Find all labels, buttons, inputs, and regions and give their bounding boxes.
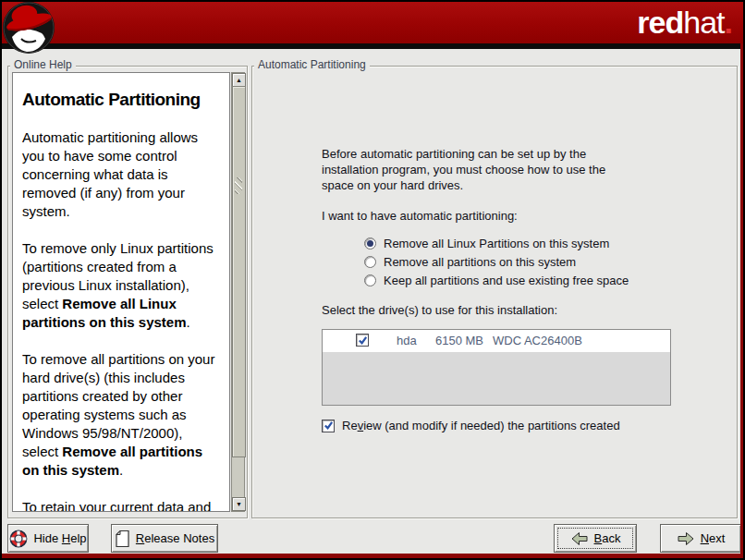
help-paragraph-3: To remove all partitions on your hard dr… [22, 350, 222, 480]
radio-button-selected-icon[interactable] [364, 237, 376, 250]
release-notes-label: Release Notes [136, 531, 214, 545]
redhat-shadowman-logo [3, 2, 58, 55]
drive-name: hda [397, 334, 417, 347]
help-p2-period: . [187, 314, 190, 330]
drive-model: WDC AC26400B [493, 334, 582, 347]
window-edge-right [740, 43, 743, 558]
next-post: ext [709, 531, 725, 545]
redhat-wordmark: redhat. [637, 4, 732, 41]
drive-size: 6150 MB [435, 334, 483, 347]
release-notes-mnemonic: R [136, 531, 144, 545]
hide-help-button[interactable]: Hide Help [7, 524, 89, 553]
help-paragraph-4: To retain your current data and partitio… [22, 498, 222, 512]
hide-help-post: elp [70, 531, 86, 545]
partitioning-radio-group: Remove all Linux Partitions on this syst… [364, 234, 629, 289]
scroll-down-icon[interactable]: ▼ [232, 497, 246, 511]
automatic-partitioning-panel: Automatic Partitioning Before automatic … [251, 66, 738, 518]
review-label: Review (and modify if needed) the partit… [342, 419, 620, 432]
radio-keep-partitions[interactable]: Keep all partitions and use existing fre… [364, 271, 629, 289]
drive-list[interactable]: hda 6150 MB WDC AC26400B [322, 329, 671, 406]
scroll-down-glyph: ▼ [236, 501, 242, 507]
radio-label: Remove all Linux Partitions on this syst… [384, 237, 609, 250]
life-ring-icon [9, 530, 28, 548]
review-checkbox-row[interactable]: Review (and modify if needed) the partit… [322, 419, 620, 432]
radio-label: Keep all partitions and use existing fre… [384, 274, 629, 287]
scrollbar-thumb[interactable] [232, 86, 246, 457]
main-frame-label: Automatic Partitioning [254, 58, 370, 72]
help-paragraph-1: Automatic partitioning allows you to hav… [22, 128, 222, 221]
wordmark-red: red [637, 5, 683, 40]
wordmark-hat: hat [683, 5, 724, 40]
next-mnemonic: N [701, 531, 709, 545]
intro-text: Before automatic partitioning can be set… [322, 146, 627, 193]
hide-help-pre: Hide [33, 531, 61, 545]
next-label: Next [701, 531, 726, 545]
radio-remove-all[interactable]: Remove all partitions on this system [364, 252, 629, 271]
release-notes-post: elease Notes [144, 531, 214, 545]
hide-help-label: Hide Help [33, 531, 86, 545]
hide-help-mnemonic: H [62, 531, 70, 545]
back-post: ack [602, 531, 620, 545]
wordmark-dot: . [725, 5, 732, 40]
next-button[interactable]: Next [660, 524, 741, 553]
back-button[interactable]: Back [554, 524, 637, 553]
review-label-pre: Re [342, 419, 358, 432]
radio-button-icon[interactable] [364, 256, 376, 268]
header-bar [2, 2, 743, 43]
radio-button-icon[interactable] [364, 274, 376, 286]
help-paragraph-2: To remove only Linux partitions (partiti… [22, 239, 222, 332]
document-icon [115, 530, 130, 548]
back-label: Back [594, 531, 621, 545]
back-mnemonic: B [594, 531, 603, 545]
scroll-up-icon[interactable]: ▲ [232, 73, 246, 87]
arrow-right-icon [677, 531, 695, 546]
installer-window: redhat. Online Help Automatic Partitioni… [0, 0, 745, 560]
arrow-left-icon [570, 531, 589, 546]
release-notes-button[interactable]: Release Notes [111, 524, 218, 553]
online-help-frame-label: Online Help [10, 58, 76, 72]
radio-group-caption: I want to have automatic partitioning: [322, 209, 518, 223]
window-edge-bottom [2, 554, 743, 558]
scroll-up-glyph: ▲ [236, 77, 242, 83]
header-divider [2, 43, 743, 49]
drive-checkbox[interactable] [356, 334, 369, 347]
help-scrollbar[interactable]: ▲ ▼ [231, 72, 245, 512]
online-help-panel: Online Help Automatic Partitioning Autom… [7, 66, 248, 518]
drive-row-hda[interactable]: hda 6150 MB WDC AC26400B [323, 330, 670, 352]
radio-remove-linux[interactable]: Remove all Linux Partitions on this syst… [364, 234, 629, 252]
scrollbar-grip [235, 177, 242, 194]
radio-label: Remove all partitions on this system [384, 255, 576, 269]
help-text-viewer: Automatic Partitioning Automatic partiti… [12, 72, 230, 512]
help-heading: Automatic Partitioning [22, 90, 222, 110]
review-checkbox[interactable] [322, 420, 335, 432]
review-label-post: iew (and modify if needed) the partition… [363, 419, 620, 432]
drives-caption: Select the drive(s) to use for this inst… [322, 303, 557, 317]
help-p3-period: . [119, 462, 123, 478]
